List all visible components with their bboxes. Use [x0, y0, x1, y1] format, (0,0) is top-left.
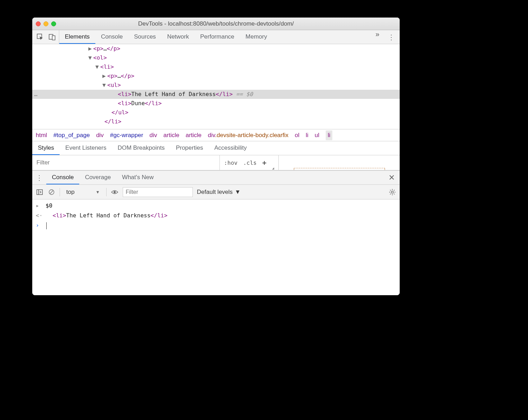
- cls-toggle[interactable]: .cls: [242, 160, 258, 166]
- breadcrumb-item[interactable]: div.devsite-article-body.clearfix: [208, 132, 289, 139]
- zoom-window-button[interactable]: [51, 21, 56, 26]
- prompt-icon: ›: [36, 221, 43, 230]
- expand-arrow-icon[interactable]: ▼: [95, 62, 100, 72]
- input-caret[interactable]: [46, 222, 47, 229]
- window-title: DevTools - localhost:8080/web/tools/chro…: [32, 20, 400, 27]
- styles-filter-row: :hov .cls + ◢: [32, 155, 400, 170]
- log-levels-select[interactable]: Default levels ▼: [197, 189, 241, 196]
- sidebar-tab-dom-breakpoints[interactable]: DOM Breakpoints: [112, 141, 170, 155]
- breadcrumb-item[interactable]: li: [306, 132, 309, 139]
- svg-line-6: [50, 190, 53, 194]
- tab-elements[interactable]: Elements: [59, 30, 95, 44]
- svg-line-16: [394, 190, 394, 190]
- live-expression-icon[interactable]: [111, 188, 119, 196]
- tab-console[interactable]: Console: [95, 30, 128, 44]
- breadcrumb-item[interactable]: article: [163, 132, 179, 139]
- toolbar-left-icons: [32, 30, 59, 44]
- context-label: top: [66, 189, 75, 196]
- sidebar-tab-event-listeners[interactable]: Event Listeners: [60, 141, 112, 155]
- new-style-rule-button[interactable]: +: [261, 158, 268, 167]
- dom-tree[interactable]: ▶<p>…</p>▼<ol>▼<li>▶<p>…</p>▼<ul>…<li>Th…: [32, 44, 400, 126]
- execution-context-select[interactable]: top ▼: [64, 188, 102, 196]
- devtools-window: DevTools - localhost:8080/web/tools/chro…: [32, 18, 400, 295]
- console-body[interactable]: ▸$0<·<li>The Left Hand of Darkness</li>›: [32, 199, 400, 295]
- hov-toggle[interactable]: :hov: [223, 160, 239, 166]
- titlebar: DevTools - localhost:8080/web/tools/chro…: [32, 18, 400, 30]
- drawer-tabs: ⋮ ConsoleCoverageWhat's New ✕: [32, 171, 400, 185]
- kebab-menu-icon: ⋮: [36, 174, 43, 182]
- expand-icon[interactable]: ▸: [36, 201, 43, 211]
- styles-buttons: :hov .cls + ◢: [220, 155, 279, 170]
- selected-gutter: …: [32, 90, 39, 99]
- tab-network[interactable]: Network: [162, 30, 195, 44]
- breadcrumb-item[interactable]: li: [326, 130, 333, 140]
- return-icon: <·: [36, 211, 43, 221]
- resize-corner-icon: ◢: [271, 166, 276, 170]
- clear-console-icon[interactable]: [48, 188, 55, 196]
- chevron-down-icon: ▼: [96, 190, 100, 195]
- separator: [106, 188, 107, 196]
- breadcrumb-item[interactable]: div: [96, 132, 104, 139]
- main-toolbar: ElementsConsoleSourcesNetworkPerformance…: [32, 30, 400, 44]
- drawer-menu[interactable]: ⋮: [32, 171, 46, 184]
- svg-rect-2: [52, 36, 55, 40]
- more-tabs-button[interactable]: »: [372, 30, 383, 44]
- dom-node[interactable]: </ul>: [32, 108, 400, 117]
- dom-node[interactable]: <li>Dune</li>: [32, 99, 400, 108]
- drawer-tab-console[interactable]: Console: [46, 171, 79, 184]
- device-toggle-icon[interactable]: [48, 33, 56, 41]
- svg-point-8: [391, 191, 393, 193]
- breadcrumb-item[interactable]: ul: [315, 132, 319, 139]
- svg-line-13: [390, 190, 391, 190]
- margin-box-outline: [294, 168, 385, 170]
- dom-node[interactable]: ▶<p>…</p>: [32, 44, 400, 53]
- expand-arrow-icon[interactable]: ▼: [88, 53, 93, 62]
- expand-arrow-icon[interactable]: ▼: [102, 81, 107, 90]
- main-tabs: ElementsConsoleSourcesNetworkPerformance…: [59, 30, 372, 44]
- dom-node[interactable]: </li>: [32, 117, 400, 126]
- console-content: [43, 221, 47, 230]
- console-row: ›: [32, 221, 400, 230]
- dom-node[interactable]: ▼<li>: [32, 62, 400, 72]
- dom-node[interactable]: ▼<ol>: [32, 53, 400, 62]
- drawer-tab-what-s-new[interactable]: What's New: [116, 171, 159, 184]
- console-row: <·<li>The Left Hand of Darkness</li>: [32, 211, 400, 221]
- drawer-tab-coverage[interactable]: Coverage: [79, 171, 116, 184]
- console-settings-icon[interactable]: [388, 188, 396, 196]
- breadcrumb-item[interactable]: #top_of_page: [53, 132, 90, 139]
- console-content: <li>The Left Hand of Darkness</li>: [43, 211, 168, 221]
- levels-label: Default levels: [197, 189, 233, 196]
- sidebar-tab-properties[interactable]: Properties: [170, 141, 209, 155]
- dom-node[interactable]: ▶<p>…</p>: [32, 72, 400, 81]
- expand-arrow-icon[interactable]: ▶: [102, 72, 107, 81]
- close-window-button[interactable]: [36, 21, 41, 26]
- sidebar-tab-styles[interactable]: Styles: [32, 141, 60, 155]
- dom-breadcrumb: html#top_of_pagediv#gc-wrapperdivarticle…: [32, 129, 400, 141]
- tab-memory[interactable]: Memory: [240, 30, 272, 44]
- breadcrumb-item[interactable]: article: [185, 132, 201, 139]
- separator: [60, 188, 60, 196]
- inspect-element-icon[interactable]: [36, 33, 44, 41]
- svg-line-14: [394, 194, 394, 194]
- console-row: ▸$0: [32, 201, 400, 211]
- svg-point-7: [114, 191, 116, 193]
- sidebar-tab-accessibility[interactable]: Accessibility: [209, 141, 252, 155]
- styles-filter-input[interactable]: [32, 155, 220, 170]
- console-sidebar-toggle-icon[interactable]: [36, 188, 43, 196]
- toolbar-menu[interactable]: ⋮: [383, 30, 400, 44]
- traffic-lights: [36, 21, 56, 26]
- minimize-window-button[interactable]: [43, 21, 48, 26]
- tab-performance[interactable]: Performance: [195, 30, 240, 44]
- elements-panel: ▶<p>…</p>▼<ol>▼<li>▶<p>…</p>▼<ul>…<li>Th…: [32, 44, 400, 129]
- expand-arrow-icon[interactable]: ▶: [88, 44, 93, 53]
- breadcrumb-item[interactable]: #gc-wrapper: [110, 132, 143, 139]
- breadcrumb-item[interactable]: ol: [295, 132, 299, 139]
- breadcrumb-item[interactable]: html: [36, 132, 47, 139]
- breadcrumb-item[interactable]: div: [149, 132, 157, 139]
- svg-line-15: [390, 194, 391, 194]
- dom-node[interactable]: …<li>The Left Hand of Darkness</li> == $…: [32, 90, 400, 99]
- close-drawer-button[interactable]: ✕: [384, 171, 400, 184]
- dom-node[interactable]: ▼<ul>: [32, 81, 400, 90]
- console-filter-input[interactable]: [123, 187, 193, 197]
- tab-sources[interactable]: Sources: [128, 30, 161, 44]
